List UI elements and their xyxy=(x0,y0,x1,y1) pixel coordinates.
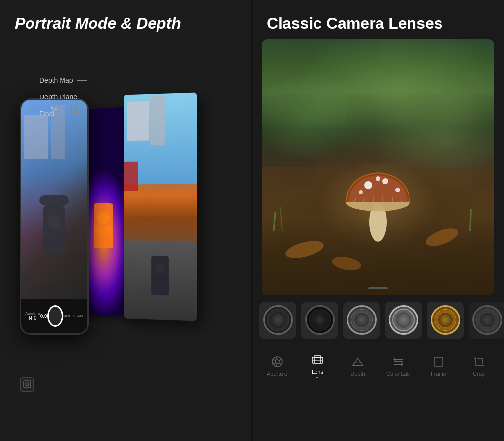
depth-plane-label: Depth Plane xyxy=(39,93,77,101)
svg-point-16 xyxy=(272,357,282,367)
svg-rect-0 xyxy=(24,381,31,388)
phone-device: Aperture f4.0 0.0 MULTICAM i 3:4 xyxy=(20,98,89,335)
right-title: Classic Camera Lenses xyxy=(252,0,504,39)
nav-item-lens[interactable]: Lens xyxy=(300,353,335,378)
lens-item-5[interactable] xyxy=(427,302,464,339)
svg-line-9 xyxy=(392,197,393,202)
lens-nav-label: Lens xyxy=(312,369,323,375)
nav-item-frame[interactable]: Frame xyxy=(421,355,456,377)
final-label: Final xyxy=(39,110,77,118)
nav-item-colorlab[interactable]: Color Lab xyxy=(381,355,415,377)
depth-icon xyxy=(351,355,365,369)
lens-selector xyxy=(252,295,504,345)
lens-icon xyxy=(311,353,324,367)
crop-icon xyxy=(472,355,486,369)
aperture-nav-label: Aperture xyxy=(267,371,287,377)
svg-rect-25 xyxy=(314,356,321,357)
mushroom-illustration xyxy=(329,146,427,244)
nav-item-depth[interactable]: Depth xyxy=(341,355,375,377)
lens-item-3[interactable] xyxy=(343,302,380,339)
final-layer xyxy=(124,92,197,321)
svg-line-19 xyxy=(279,359,282,361)
aperture-value: f4.0 xyxy=(25,315,40,321)
active-indicator xyxy=(316,377,318,378)
mode-label: MULTICAM xyxy=(63,314,83,318)
phone-screen: Aperture f4.0 0.0 MULTICAM i 3:4 xyxy=(21,100,87,333)
svg-point-13 xyxy=(395,188,400,192)
exposure-value: 0.0 xyxy=(40,314,47,319)
left-title: Portrait Mode & Depth xyxy=(0,0,251,42)
lens-item-6[interactable] xyxy=(469,302,504,339)
frame-nav-label: Frame xyxy=(431,371,446,377)
shutter-button[interactable] xyxy=(47,305,63,327)
right-panel: Classic Camera Lenses xyxy=(252,0,504,441)
depth-map-label: Depth Map xyxy=(39,76,77,84)
svg-line-22 xyxy=(273,363,276,364)
person-silhouette xyxy=(39,215,69,304)
svg-point-11 xyxy=(364,181,372,189)
svg-point-15 xyxy=(376,176,380,181)
svg-point-12 xyxy=(382,178,388,184)
lens-item-2[interactable] xyxy=(301,302,338,339)
nav-item-crop[interactable]: Crop xyxy=(462,355,496,377)
frame-icon xyxy=(432,355,445,369)
photo-handle xyxy=(368,287,388,289)
svg-line-23 xyxy=(273,359,276,361)
lens-item-4[interactable] xyxy=(385,302,422,339)
photo-viewer xyxy=(262,39,494,295)
svg-point-1 xyxy=(26,383,29,386)
depth-person-shape xyxy=(91,212,116,291)
bottom-left-icon[interactable] xyxy=(20,377,34,392)
crop-nav-label: Crop xyxy=(473,371,485,377)
svg-rect-34 xyxy=(434,357,443,366)
phone-area: Aperture f4.0 0.0 MULTICAM i 3:4 xyxy=(10,89,251,402)
svg-point-17 xyxy=(275,360,279,364)
colorlab-nav-label: Color Lab xyxy=(386,371,410,377)
left-panel: Portrait Mode & Depth Depth Map Depth Pl… xyxy=(0,0,251,441)
aperture-label: Aperture xyxy=(25,311,40,315)
depth-labels: Depth Map Depth Plane Final xyxy=(39,76,77,126)
final-person xyxy=(151,262,169,296)
mushroom-photo xyxy=(262,39,494,295)
svg-line-20 xyxy=(279,363,282,364)
nav-item-aperture[interactable]: Aperture xyxy=(260,355,294,377)
aperture-icon xyxy=(270,355,284,369)
svg-point-14 xyxy=(359,190,363,194)
bottom-nav: Aperture Lens xyxy=(252,345,504,386)
colorlab-icon xyxy=(391,355,405,369)
depth-nav-label: Depth xyxy=(350,371,365,377)
lens-item-1[interactable] xyxy=(259,302,296,339)
